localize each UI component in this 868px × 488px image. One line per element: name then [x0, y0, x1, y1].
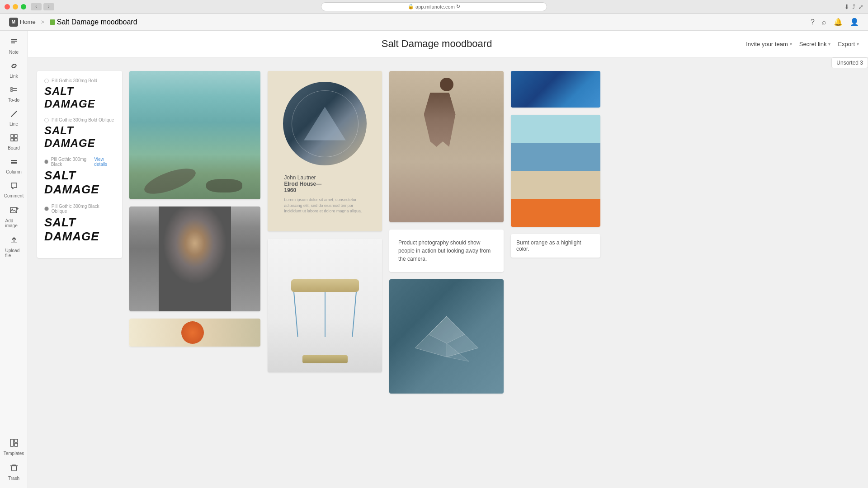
home-icon: M	[9, 18, 18, 27]
sort-label[interactable]: Unsorted 3	[831, 57, 868, 68]
link-icon	[10, 62, 18, 72]
window-chrome: ‹ › 🔒 app.milanote.com ↻ ⬇ ⤴ ⤢	[0, 0, 868, 14]
profile-icon[interactable]: 👤	[850, 18, 859, 26]
sidebar-item-comment[interactable]: Comment	[2, 179, 26, 201]
coastal-image-card[interactable]	[129, 71, 260, 199]
woman-image	[129, 206, 260, 311]
furniture-image	[268, 239, 382, 372]
typography-column: Pill Gothic 300mg Bold SALT DAMAGE Pill …	[37, 71, 122, 258]
trash-icon	[9, 463, 19, 474]
blue-ocean-card[interactable]	[511, 71, 600, 108]
column-4: Product photography should show people i…	[389, 71, 504, 394]
share-icon[interactable]: ⤴	[852, 3, 855, 10]
todo-label: To-do	[8, 98, 19, 103]
download-icon[interactable]: ⬇	[844, 3, 849, 10]
notifications-icon[interactable]: 🔔	[834, 18, 843, 26]
templates-label: Templates	[4, 451, 24, 456]
furniture-top	[291, 279, 359, 292]
expand-icon[interactable]: ⤢	[858, 3, 863, 10]
current-breadcrumb: Salt Damage moodboard	[50, 18, 137, 26]
refresh-icon[interactable]: ↻	[456, 4, 460, 9]
svg-rect-19	[10, 439, 14, 446]
back-button[interactable]: ‹	[31, 3, 42, 10]
moodboard-columns: Pill Gothic 300mg Bold SALT DAMAGE Pill …	[37, 66, 859, 394]
board-color-dot	[50, 19, 55, 25]
link-label: Link	[9, 74, 18, 79]
home-breadcrumb[interactable]: M Home	[9, 18, 36, 27]
magazine-circle	[181, 321, 204, 344]
sidebar-item-todo[interactable]: To-do	[2, 83, 26, 105]
sidebar-item-trash[interactable]: Trash	[2, 460, 26, 483]
line-label: Line	[9, 122, 18, 127]
header-actions: Invite your team ▾ Secret link ▾ Export …	[746, 41, 859, 47]
paper-bird-card[interactable]	[389, 279, 504, 394]
svg-rect-6	[13, 90, 17, 91]
sidebar-item-line[interactable]: Line	[2, 107, 26, 129]
column-label: Column	[6, 169, 21, 174]
sidebar-item-board[interactable]: Board	[2, 131, 26, 153]
fullscreen-button[interactable]	[21, 4, 26, 9]
invite-team-button[interactable]: Invite your team ▾	[746, 41, 792, 47]
woman-photo-card[interactable]	[129, 206, 260, 311]
column-3: John Lautner Elrod House— 1960 Lorem ips…	[268, 71, 382, 372]
page-header: Salt Damage moodboard Invite your team ▾…	[28, 31, 868, 57]
sidebar-item-templates[interactable]: Templates	[2, 436, 26, 459]
board-icon	[10, 134, 18, 144]
note-icon	[10, 38, 18, 48]
poster-card[interactable]: John Lautner Elrod House— 1960 Lorem ips…	[268, 71, 382, 231]
column-2	[129, 71, 260, 347]
paper-bird-image	[389, 279, 504, 394]
upload-icon	[9, 235, 19, 247]
close-button[interactable]	[5, 4, 10, 9]
rock-shape-2	[206, 179, 242, 192]
sidebar-item-upload[interactable]: Upload file	[2, 233, 26, 261]
svg-rect-2	[11, 42, 15, 43]
address-bar[interactable]: 🔒 app.milanote.com ↻	[321, 2, 547, 11]
search-icon[interactable]: ⌕	[822, 18, 826, 26]
typo-bold-oblique-text: SALT DAMAGE	[44, 124, 115, 150]
minimize-button[interactable]	[13, 4, 18, 9]
trash-label: Trash	[8, 476, 19, 481]
magazine-card[interactable]	[129, 319, 260, 347]
page-title: Salt Damage moodboard	[127, 38, 746, 50]
secret-link-button[interactable]: Secret link ▾	[799, 41, 831, 47]
typo-bold-label: Pill Gothic 300mg Bold	[44, 78, 115, 83]
svg-rect-10	[11, 138, 14, 141]
typo-black-circle	[44, 160, 48, 164]
sidebar-item-note[interactable]: Note	[2, 35, 26, 57]
color-note-card[interactable]: Burnt orange as a highlight color.	[511, 234, 600, 258]
moodboard-canvas[interactable]: Unsorted 3 Pill Gothic 300mg Bold SALT D…	[28, 57, 868, 488]
sidebar-item-link[interactable]: Link	[2, 59, 26, 81]
furniture-shelf	[302, 355, 348, 363]
typo-bold-oblique-row: Pill Gothic 300mg Bold Oblique SALT DAMA…	[44, 117, 115, 150]
sidebar-item-add-image[interactable]: Add image	[2, 203, 26, 231]
export-button[interactable]: Export ▾	[838, 41, 859, 47]
sort-button[interactable]: Unsorted 3	[831, 57, 868, 68]
skater-photo-card[interactable]	[389, 71, 504, 222]
sidebar-item-column[interactable]: Column	[2, 155, 26, 177]
typo-bold-oblique-label: Pill Gothic 300mg Bold Oblique	[44, 117, 115, 122]
typography-card[interactable]: Pill Gothic 300mg Bold SALT DAMAGE Pill …	[37, 71, 122, 258]
svg-rect-21	[14, 443, 18, 446]
help-icon[interactable]: ?	[811, 18, 815, 26]
color-note-text: Burnt orange as a highlight color.	[516, 239, 595, 252]
poster-circle-image	[283, 82, 367, 165]
view-details-link[interactable]: View details	[94, 157, 115, 167]
svg-rect-4	[11, 90, 12, 91]
magazine-image	[129, 319, 260, 347]
nav-buttons: ‹ ›	[31, 3, 54, 10]
forward-button[interactable]: ›	[43, 3, 54, 10]
palette-swatch-beige	[511, 171, 600, 199]
color-palette-card[interactable]	[511, 115, 600, 227]
invite-team-label: Invite your team	[746, 41, 788, 47]
skater-note-card[interactable]: Product photography should show people i…	[389, 230, 504, 272]
typo-black-oblique-label: Pill Gothic 300mg Black Oblique	[44, 204, 115, 214]
typo-black-oblique-circle	[44, 206, 49, 211]
furniture-card[interactable]	[268, 239, 382, 372]
secret-link-label: Secret link	[799, 41, 827, 47]
svg-rect-1	[11, 41, 17, 42]
typo-black-row: Pill Gothic 300mg Black View details SAL…	[44, 157, 115, 197]
invite-chevron-icon: ▾	[790, 42, 792, 47]
add-image-label: Add image	[5, 218, 23, 228]
furniture-leg-3	[352, 292, 357, 337]
